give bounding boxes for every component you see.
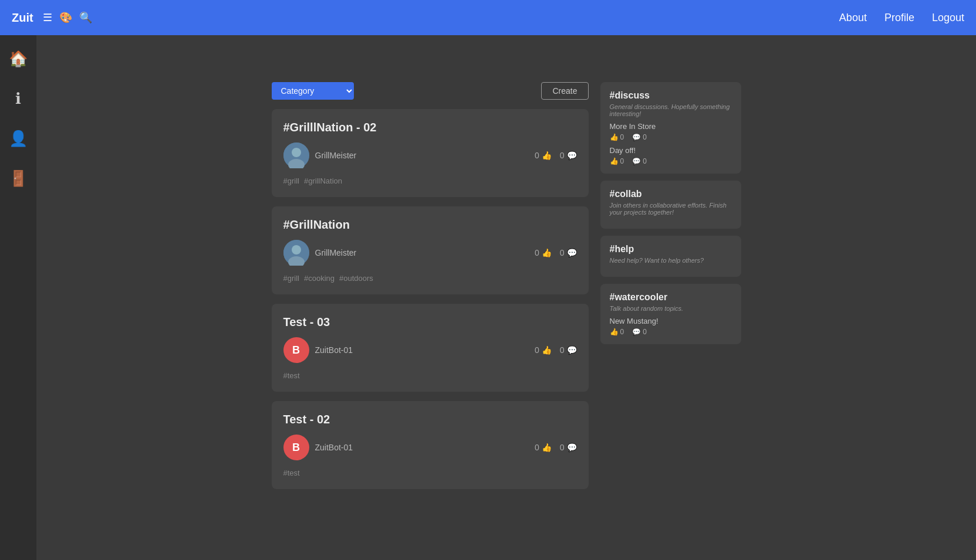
channel-watercooler: #watercooler Talk about random topics. N… <box>600 284 741 344</box>
comment-icon-1: 💬 <box>567 151 577 160</box>
comment-icon-3: 💬 <box>567 345 577 355</box>
author-name-4: ZuitBot-01 <box>315 443 353 452</box>
comment-icon: 💬 <box>632 133 641 141</box>
category-select[interactable]: Category <box>272 82 354 100</box>
channel-watercooler-name[interactable]: #watercooler <box>610 292 732 303</box>
like-icon-4: 👍 <box>542 443 552 452</box>
like-stat: 👍0 <box>610 157 624 165</box>
tag[interactable]: #outdoors <box>339 274 373 283</box>
likes-count-2: 0 <box>535 248 539 257</box>
sidebar-logout-icon[interactable]: 🚪 <box>6 167 30 190</box>
comment-count: 0 <box>643 328 647 336</box>
channel-post-day-off: Day off! 👍0 💬0 <box>610 146 732 165</box>
theme-icon[interactable]: 🎨 <box>59 11 72 24</box>
comments-stat-1: 0 💬 <box>560 151 577 160</box>
right-sidebar: #discuss General discussions. Hopefully … <box>600 70 741 498</box>
post-meta-3: B ZuitBot-01 0 👍 0 💬 <box>283 337 577 363</box>
channel-discuss-name[interactable]: #discuss <box>610 90 732 101</box>
comment-icon-2: 💬 <box>567 248 577 257</box>
comment-icon: 💬 <box>632 157 641 165</box>
feed-toolbar: Category Create <box>272 82 589 100</box>
likes-stat-4: 0 👍 <box>535 443 552 452</box>
about-link[interactable]: About <box>839 12 867 24</box>
logout-link[interactable]: Logout <box>932 12 964 24</box>
comments-count-4: 0 <box>560 443 565 452</box>
hamburger-icon[interactable]: ☰ <box>43 11 52 24</box>
sidebar-info-icon[interactable]: ℹ <box>6 87 30 110</box>
channel-post-new-mustang: New Mustang! 👍0 💬0 <box>610 317 732 336</box>
like-count: 0 <box>620 157 624 165</box>
post-title-4: Test - 02 <box>283 413 577 426</box>
top-nav: Zuit ☰ 🎨 🔍 About Profile Logout <box>0 0 976 35</box>
channel-collab-desc: Join others in collaborative efforts. Fi… <box>610 202 732 216</box>
svg-point-4 <box>292 245 301 254</box>
tag[interactable]: #grill <box>283 274 299 283</box>
post-author-1: GrillMeister <box>283 142 357 168</box>
comment-icon-4: 💬 <box>567 443 577 452</box>
like-count: 0 <box>620 133 624 141</box>
avatar-3: B <box>283 337 309 363</box>
post-meta-2: GrillMeister 0 👍 0 💬 <box>283 240 577 266</box>
tag[interactable]: #test <box>283 469 300 477</box>
create-button[interactable]: Create <box>541 82 588 100</box>
post-stats-new-mustang: 👍0 💬0 <box>610 328 732 336</box>
author-name-3: ZuitBot-01 <box>315 345 353 355</box>
post-title-new-mustang[interactable]: New Mustang! <box>610 317 732 325</box>
tag[interactable]: #test <box>283 371 300 380</box>
comment-count: 0 <box>643 133 647 141</box>
avatar-1 <box>283 142 309 168</box>
sidebar-user-icon[interactable]: 👤 <box>6 127 30 150</box>
channel-help-name[interactable]: #help <box>610 244 732 254</box>
tag[interactable]: #cooking <box>304 274 335 283</box>
author-name-1: GrillMeister <box>315 151 357 160</box>
avatar-2 <box>283 240 309 266</box>
comment-count: 0 <box>643 157 647 165</box>
channel-help-desc: Need help? Want to help others? <box>610 257 732 264</box>
post-tags-1: #grill #grillNation <box>283 177 577 185</box>
brand-logo[interactable]: Zuit <box>12 11 33 25</box>
comments-count-3: 0 <box>560 345 565 355</box>
post-stats-1: 0 👍 0 💬 <box>535 151 577 160</box>
comment-stat: 💬0 <box>632 157 647 165</box>
comment-stat: 💬0 <box>632 328 647 336</box>
like-icon-1: 👍 <box>542 151 552 160</box>
post-card-1: #GrilllNation - 02 GrillMeister 0 <box>272 109 589 197</box>
post-card-2: #GrillNation GrillMeister 0 <box>272 206 589 294</box>
post-stats-4: 0 👍 0 💬 <box>535 443 577 452</box>
post-stats-day-off: 👍0 💬0 <box>610 157 732 165</box>
sidebar: 🏠 ℹ 👤 🚪 <box>0 35 36 560</box>
comments-count-2: 0 <box>560 248 565 257</box>
tag[interactable]: #grill <box>283 177 299 185</box>
like-stat: 👍0 <box>610 133 624 141</box>
sidebar-home-icon[interactable]: 🏠 <box>6 47 30 70</box>
comments-stat-4: 0 💬 <box>560 443 577 452</box>
author-name-2: GrillMeister <box>315 248 357 257</box>
post-title-day-off[interactable]: Day off! <box>610 146 732 155</box>
post-author-2: GrillMeister <box>283 240 357 266</box>
svg-point-1 <box>292 148 301 157</box>
post-card-4: Test - 02 B ZuitBot-01 0 👍 0 💬 <box>272 401 589 489</box>
post-title-2: #GrillNation <box>283 218 577 232</box>
like-icon: 👍 <box>610 133 619 141</box>
likes-stat-3: 0 👍 <box>535 345 552 355</box>
tag[interactable]: #grillNation <box>304 177 342 185</box>
post-author-4: B ZuitBot-01 <box>283 435 353 460</box>
channel-collab-name[interactable]: #collab <box>610 189 732 199</box>
likes-count-4: 0 <box>535 443 539 452</box>
avatar-4: B <box>283 435 309 460</box>
like-icon: 👍 <box>610 328 619 336</box>
main-layout: Category Create #GrilllNation - 02 Grill… <box>36 35 976 522</box>
post-meta-4: B ZuitBot-01 0 👍 0 💬 <box>283 435 577 460</box>
comments-stat-3: 0 💬 <box>560 345 577 355</box>
post-stats-more-in-store: 👍0 💬0 <box>610 133 732 141</box>
likes-stat-2: 0 👍 <box>535 248 552 257</box>
search-icon[interactable]: 🔍 <box>79 11 92 24</box>
post-title-more-in-store[interactable]: More In Store <box>610 122 732 131</box>
profile-link[interactable]: Profile <box>884 12 914 24</box>
channel-discuss-desc: General discussions. Hopefully something… <box>610 103 732 117</box>
post-title-3: Test - 03 <box>283 315 577 329</box>
channel-collab: #collab Join others in collaborative eff… <box>600 181 741 229</box>
post-tags-4: #test <box>283 469 577 477</box>
like-stat: 👍0 <box>610 328 624 336</box>
post-author-3: B ZuitBot-01 <box>283 337 353 363</box>
